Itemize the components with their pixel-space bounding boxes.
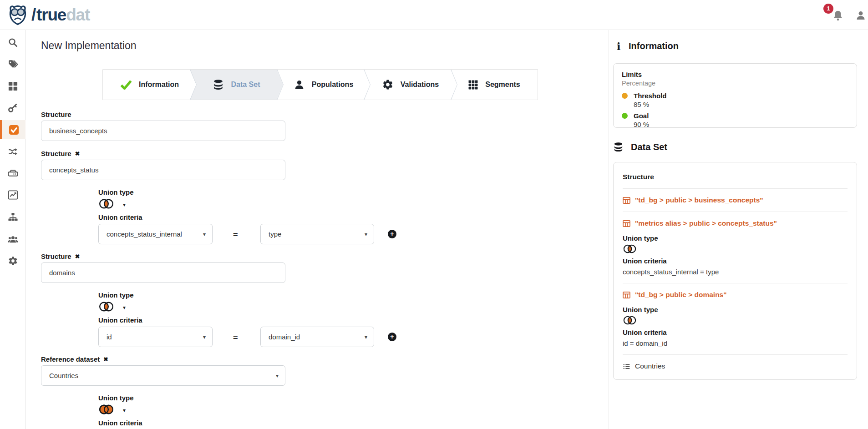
add-criteria-button[interactable]	[388, 230, 396, 238]
shuffle-icon	[8, 146, 18, 157]
union-criteria-left-select[interactable]: concepts_status_internal	[98, 224, 213, 244]
chart-line-icon	[8, 190, 18, 200]
union-criteria-right-select[interactable]: domain_id	[260, 327, 374, 347]
structure-section-title: Structure	[623, 173, 848, 181]
gear-icon	[382, 79, 394, 91]
label-text: Union criteria	[98, 213, 142, 221]
user-menu-button[interactable]	[855, 10, 866, 21]
threshold-dot-icon	[622, 93, 628, 99]
equals-operator: =	[233, 333, 238, 343]
selected-value: type	[269, 230, 281, 238]
panel-divider	[609, 30, 609, 429]
structure-label: Structure ✖	[41, 252, 80, 260]
tab-populations[interactable]: Populations	[277, 70, 370, 100]
grid-icon	[468, 80, 478, 90]
add-criteria-button[interactable]	[388, 333, 396, 341]
union-criteria-text: concepts_status_internal = type	[623, 268, 848, 276]
venn-inner-join-icon	[623, 243, 848, 256]
sidebar-item-quality[interactable]	[0, 120, 25, 139]
union-criteria-text: id = domain_id	[623, 339, 848, 347]
bell-icon	[832, 10, 844, 21]
structure-node-link[interactable]: "td_bg > public > business_concepts"	[623, 196, 848, 204]
tab-data-set[interactable]: Data Set	[190, 70, 283, 100]
notifications-button[interactable]	[832, 10, 844, 21]
caret-down-icon	[365, 334, 367, 340]
sidebar-item-grid[interactable]	[0, 76, 25, 96]
sidebar-item-sitemap[interactable]	[0, 207, 25, 227]
divider	[623, 283, 848, 283]
remove-reference-icon[interactable]: ✖	[103, 356, 108, 363]
tab-validations[interactable]: Validations	[364, 70, 457, 100]
sidebar-item-shuffle[interactable]	[0, 142, 25, 161]
hard-drive-icon	[8, 168, 18, 179]
brand-logo[interactable]: /truedat	[7, 4, 90, 26]
table-icon	[623, 291, 630, 299]
caret-down-icon	[203, 231, 206, 237]
database-icon	[613, 142, 624, 152]
key-icon	[8, 102, 18, 113]
sidebar-item-settings[interactable]	[0, 251, 25, 270]
sidebar-item-tags[interactable]	[0, 55, 25, 74]
remove-structure-icon[interactable]: ✖	[75, 150, 80, 157]
panel-title-text: Information	[629, 41, 679, 51]
selected-value: Countries	[49, 372, 78, 379]
union-criteria-left-select[interactable]: id	[98, 327, 213, 347]
brand-dat: dat	[66, 5, 90, 24]
equals-operator: =	[233, 230, 238, 240]
table-icon	[623, 220, 630, 227]
label-text: Structure	[41, 111, 71, 118]
union-type-selector[interactable]	[98, 300, 126, 313]
remove-structure-icon[interactable]: ✖	[75, 253, 80, 260]
structure-node-link[interactable]: "td_bg > public > domains"	[623, 291, 848, 299]
divider	[623, 188, 848, 189]
dataset-panel-title: Data Set	[613, 142, 667, 152]
gear-icon	[8, 256, 18, 266]
union-criteria-label: Union criteria	[623, 328, 848, 336]
divider	[623, 354, 848, 355]
goal-dot-icon	[622, 113, 628, 119]
venn-inner-join-icon	[623, 315, 848, 328]
label-text: Union criteria	[98, 419, 142, 427]
structure-input-join2[interactable]	[41, 262, 285, 283]
brand-true: true	[36, 5, 66, 24]
union-type-label: Union type	[98, 291, 134, 299]
structure-path: "metrics alias > public > concepts_statu…	[635, 219, 777, 227]
owl-logo-icon	[7, 4, 28, 26]
limits-title: Limits	[622, 71, 848, 78]
database-icon	[213, 79, 224, 91]
user-icon	[855, 10, 866, 21]
sidebar-item-users[interactable]	[0, 229, 25, 248]
tab-information[interactable]: Information	[103, 70, 196, 100]
tab-label: Segments	[485, 81, 520, 89]
divider	[623, 212, 848, 212]
limits-subtitle: Percentage	[622, 80, 848, 87]
union-criteria-right-select[interactable]: type	[260, 224, 374, 244]
sidebar-item-key[interactable]	[0, 98, 25, 117]
caret-down-icon	[123, 304, 126, 311]
label-text: Union type	[98, 188, 134, 196]
label-text: Union type	[98, 394, 134, 402]
structure-input-join1[interactable]	[41, 160, 285, 180]
union-type-label: Union type	[98, 394, 134, 402]
union-type-selector[interactable]	[98, 403, 126, 416]
brand-wordmark: /truedat	[30, 6, 90, 23]
grid-icon	[8, 81, 18, 91]
reference-name: Countries	[635, 362, 665, 370]
caret-down-icon	[276, 373, 279, 379]
threshold-label: Threshold	[634, 92, 667, 100]
sidebar-item-chart[interactable]	[0, 185, 25, 204]
structure-input-base[interactable]	[41, 121, 285, 141]
sidebar-item-search[interactable]	[0, 33, 25, 52]
list-icon	[623, 363, 630, 370]
reference-dataset-select[interactable]: Countries	[41, 365, 285, 386]
union-criteria-label: Union criteria	[98, 213, 142, 221]
label-text: Union criteria	[98, 316, 142, 324]
sidebar-item-hard-drive[interactable]	[0, 164, 25, 183]
selected-value: id	[107, 333, 112, 341]
tab-segments[interactable]: Segments	[451, 70, 538, 100]
label-text: Structure	[41, 252, 71, 260]
structure-node-link[interactable]: "metrics alias > public > concepts_statu…	[623, 219, 848, 227]
check-icon	[120, 80, 132, 90]
reference-dataset-link[interactable]: Countries	[623, 362, 848, 370]
union-type-selector[interactable]	[98, 197, 126, 210]
